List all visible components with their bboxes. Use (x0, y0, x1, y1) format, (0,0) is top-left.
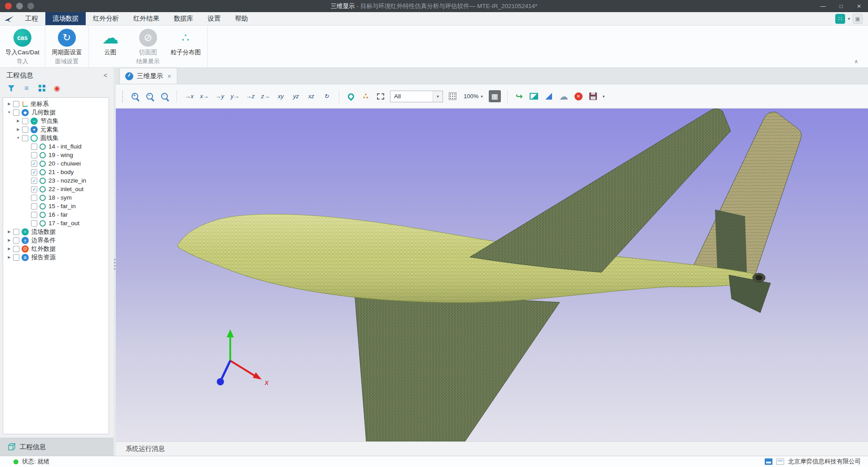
save-caret-icon[interactable]: ▾ (603, 94, 605, 99)
probe-button[interactable] (346, 91, 356, 102)
project-tree[interactable]: ▶坐标系▼◆几何数据▶−节点集▶•元素集▼面线集14 - int_fluid19… (3, 97, 109, 434)
expander-icon[interactable]: ▼ (6, 110, 13, 114)
cloud-display-button[interactable]: ☁ (558, 91, 569, 102)
tree-checkbox[interactable] (13, 237, 19, 244)
expander-icon[interactable]: ▶ (6, 247, 13, 251)
tree-checkbox[interactable] (22, 135, 28, 141)
menu-tab-ir-results[interactable]: 红外结果 (126, 12, 167, 25)
period-face-setting-button[interactable]: ↻周期面设置 (51, 28, 83, 57)
particle-map-button[interactable]: ∴粒子分布图 (170, 28, 202, 57)
expander-icon[interactable]: ▶ (6, 102, 13, 106)
menu-tab-engineering[interactable]: 工程 (18, 12, 45, 25)
tree-item[interactable]: ▶⊙红外数据 (3, 244, 109, 253)
node-display-button[interactable]: ∴ (360, 91, 371, 102)
view-z-pos-button[interactable]: →z (244, 91, 256, 102)
menu-tab-settings[interactable]: 设置 (201, 12, 228, 25)
caret-icon[interactable]: ▾ (848, 16, 850, 21)
box-select-button[interactable] (375, 91, 386, 102)
tree-item[interactable]: 16 - far (3, 210, 109, 219)
tree-item[interactable]: ▶−节点集 (3, 117, 109, 125)
project-info-footer-tab[interactable]: 工程信息 (0, 438, 114, 456)
tree-item[interactable]: ▶•元素集 (3, 125, 109, 134)
view-yz-button[interactable]: yz (290, 91, 302, 102)
tree-item[interactable]: ✓23 - nozzle_in (3, 176, 109, 185)
tree-item[interactable]: 17 - far_out (3, 219, 109, 227)
tree-item[interactable]: ▶≈流场数据 (3, 227, 109, 236)
view-xy-button[interactable]: xy (275, 91, 287, 102)
tree-checkbox[interactable] (31, 195, 37, 201)
maximize-button[interactable]: □ (832, 0, 850, 12)
mirror-button[interactable] (544, 91, 554, 102)
save-button[interactable] (588, 91, 599, 102)
toolbar-drag-handle[interactable] (122, 91, 124, 102)
tree-item[interactable]: ✓22 - inlet_out (3, 185, 109, 193)
tree-checkbox[interactable] (31, 144, 37, 150)
grid-view-button[interactable] (38, 84, 46, 92)
layout-toggle-2-icon[interactable] (776, 458, 784, 465)
tree-checkbox[interactable]: ✓ (31, 169, 37, 175)
tree-checkbox[interactable] (22, 118, 28, 124)
view-xz-button[interactable]: xz (305, 91, 317, 102)
locate-button[interactable]: ◉ (53, 84, 61, 92)
grid-toggle-button[interactable]: ▦ (489, 90, 501, 102)
tree-checkbox[interactable] (31, 220, 37, 227)
app-badge-1-icon[interactable] (16, 3, 23, 9)
view-z-neg-button[interactable]: z→ (259, 91, 272, 102)
select-caret-icon[interactable]: ▾ (433, 91, 443, 102)
tree-item[interactable]: 19 - wing (3, 151, 109, 159)
filter-button[interactable] (7, 84, 15, 92)
menu-tab-help[interactable]: 帮助 (228, 12, 255, 25)
tree-checkbox[interactable]: ✓ (31, 178, 37, 184)
tree-checkbox[interactable] (13, 101, 19, 107)
view-x-pos-button[interactable]: →x (183, 91, 195, 102)
tree-checkbox[interactable] (22, 127, 28, 133)
theme-icon[interactable]: ∷ (835, 14, 845, 24)
tree-item[interactable]: ✓20 - chuiwei (3, 159, 109, 168)
expander-icon[interactable]: ▶ (6, 255, 13, 259)
app-badge-red-icon[interactable] (5, 3, 12, 9)
expander-icon[interactable]: ▶ (6, 230, 13, 234)
tree-item[interactable]: ▼面线集 (3, 134, 109, 142)
minimize-button[interactable]: — (814, 0, 832, 12)
cancel-button[interactable]: ✕ (573, 91, 584, 102)
tree-item[interactable]: ▼◆几何数据 (3, 108, 109, 117)
tree-checkbox[interactable] (31, 203, 37, 209)
expander-icon[interactable]: ▶ (15, 119, 22, 123)
tree-checkbox[interactable] (13, 229, 19, 235)
tab-3d-display[interactable]: 三维显示 × (119, 68, 177, 84)
view-y-neg-button[interactable]: y→ (229, 91, 241, 102)
expander-icon[interactable]: ▶ (6, 238, 13, 242)
tree-item[interactable]: 18 - sym (3, 193, 109, 202)
app-badge-2-icon[interactable] (27, 3, 34, 9)
tree-item[interactable]: 14 - int_fluid (3, 142, 109, 151)
tree-item[interactable]: ▶±边界条件 (3, 236, 109, 244)
close-button[interactable]: ✕ (850, 0, 868, 12)
window-icon[interactable]: ▣ (853, 14, 863, 24)
tree-checkbox[interactable] (13, 254, 19, 261)
tree-checkbox[interactable] (31, 152, 37, 158)
snapshot-button[interactable] (529, 91, 539, 102)
tree-item[interactable]: ✓21 - body (3, 168, 109, 176)
tab-close-icon[interactable]: × (167, 72, 171, 80)
viewport-3d[interactable]: x (116, 109, 868, 441)
zoom-out-button[interactable]: − (145, 91, 155, 102)
tree-item[interactable]: ▶≣报告资源 (3, 253, 109, 262)
tree-checkbox[interactable] (13, 109, 19, 116)
tree-item[interactable]: 15 - far_in (3, 202, 109, 210)
tree-checkbox[interactable]: ✓ (31, 161, 37, 167)
tree-checkbox[interactable] (13, 246, 19, 252)
export-button[interactable]: ↪ (514, 91, 525, 102)
menu-tab-database[interactable]: 数据库 (167, 12, 201, 25)
expander-icon[interactable]: ▶ (15, 127, 22, 131)
menu-tab-flow-data[interactable]: 流场数据 (45, 12, 86, 25)
layout-toggle-1-icon[interactable] (765, 458, 772, 465)
tree-item[interactable]: ▶坐标系 (3, 100, 109, 108)
import-cas-dat-button[interactable]: cas导入Cas/Dat (5, 28, 39, 57)
ribbon-collapse-icon[interactable]: ∧ (854, 58, 858, 65)
menu-tab-ir-analysis[interactable]: 红外分析 (86, 12, 126, 25)
opacity-button[interactable] (447, 91, 458, 102)
view-x-neg-button[interactable]: x→ (198, 91, 210, 102)
view-y-pos-button[interactable]: →y (214, 91, 226, 102)
list-view-button[interactable]: ≡ (22, 84, 31, 92)
tree-checkbox[interactable]: ✓ (31, 186, 37, 192)
